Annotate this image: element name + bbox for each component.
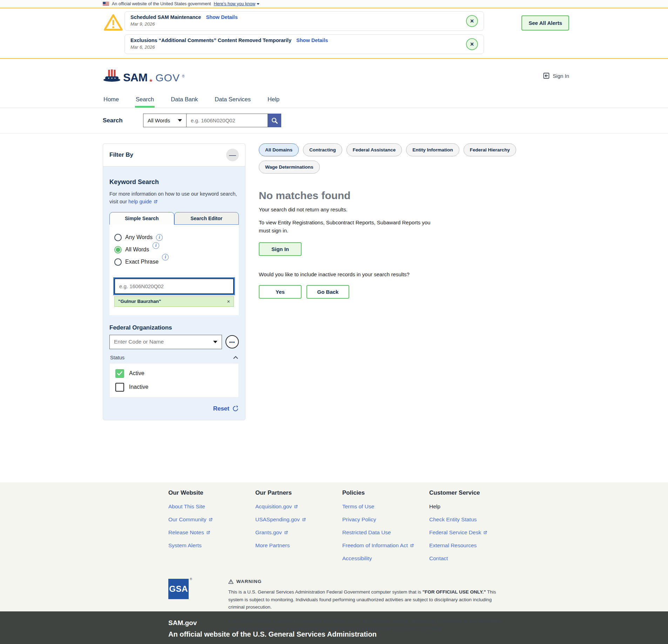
external-link-icon [284,530,288,535]
simple-search-panel: Any Words i All Words i Exact Phrase i [109,225,239,315]
footer-link-privacy-policy[interactable]: Privacy Policy [342,516,429,523]
footer-link-grants-gov[interactable]: Grants.gov [255,529,342,536]
pill-all-domains[interactable]: All Domains [259,143,299,156]
radio-all-words[interactable] [114,246,122,253]
federal-org-select[interactable]: Enter Code or Name [109,335,222,349]
alert-show-details-link[interactable]: Show Details [206,14,237,20]
filter-panel: Filter By — Keyword Search For more info… [103,143,245,420]
filter-panel-title: Filter By [109,151,133,158]
pill-federal-hierarchy[interactable]: Federal Hierarchy [464,143,516,156]
radio-exact-phrase[interactable] [114,258,122,266]
footer-link-more-partners[interactable]: More Partners [255,542,342,549]
footer-link-release-notes[interactable]: Release Notes [168,529,255,536]
main-content: Filter By — Keyword Search For more info… [0,134,668,482]
logo-star-icon: ★ [149,78,153,83]
yes-button[interactable]: Yes [259,285,302,299]
sign-in-icon [543,72,550,79]
svg-text:★: ★ [111,77,113,79]
radio-label: Any Words [125,234,153,240]
footer-link-help[interactable]: Help [429,503,516,510]
info-icon[interactable]: i [156,234,163,241]
footer-col-our-partners: Our Partners Acquisition.gov USASpending… [255,489,342,568]
tab-simple-search[interactable]: Simple Search [109,212,174,225]
chip-remove-icon[interactable]: × [227,298,230,304]
close-icon[interactable]: × [466,15,478,27]
external-link-icon [206,530,210,535]
more-options-button[interactable]: ••• [225,335,239,348]
footer-link-external-resources[interactable]: External Resources [429,542,516,549]
alert-date: Mar 9, 2026 [130,21,463,27]
collapse-filter-button[interactable]: — [226,149,239,161]
footer-link-terms-of-use[interactable]: Terms of Use [342,503,429,510]
footer-link-contact[interactable]: Contact [429,555,516,562]
pill-federal-assistance[interactable]: Federal Assistance [346,143,402,156]
nav-item-home[interactable]: Home [103,93,120,108]
alert-exclusions: Exclusions “Additional Comments” Content… [124,34,484,54]
footer-heading: Policies [342,489,429,496]
chevron-down-icon [178,119,182,122]
footer-link-check-entity-status[interactable]: Check Entity Status [429,516,516,523]
pill-wage-determinations[interactable]: Wage Determinations [259,161,320,174]
search-input[interactable] [186,114,268,127]
reset-icon [232,405,239,412]
chevron-up-icon [233,356,238,359]
status-section-toggle[interactable]: Status [110,355,238,360]
no-results-text: Your search did not return any results. [259,206,569,212]
header-sign-in-link[interactable]: Sign In [543,72,569,79]
search-button[interactable] [268,114,281,127]
footer: Our Website About This Site Our Communit… [0,482,668,611]
close-icon[interactable]: × [466,38,478,50]
keyword-input[interactable] [114,278,234,294]
see-all-alerts-button[interactable]: See All Alerts [521,15,569,30]
footer-link-about-this-site[interactable]: About This Site [168,503,255,510]
federal-organizations-heading: Federal Organizations [109,324,239,331]
sam-gov-logo[interactable]: ★★★ SAM ★ GOV ® [103,68,184,83]
site-header: ★★★ SAM ★ GOV ® Sign In [0,59,668,93]
warning-icon [228,579,234,584]
gsa-logo: GSA ® [168,579,189,599]
footer-link-usaspending-gov[interactable]: USASpending.gov [255,516,342,523]
alert-maintenance: Scheduled SAM Maintenance Show Details M… [124,11,484,31]
pill-contracting[interactable]: Contracting [303,143,342,156]
chevron-down-icon [213,341,217,343]
nav-item-data-services[interactable]: Data Services [214,93,251,108]
footer-link-restricted-data-use[interactable]: Restricted Data Use [342,529,429,536]
radio-any-words[interactable] [114,234,122,241]
uncle-sam-hat-icon: ★★★ [103,68,121,83]
footer-link-accessibility[interactable]: Accessibility [342,555,429,562]
gov-banner-how-link[interactable]: Here’s how you know [214,1,260,6]
search-mode-select[interactable]: All Words [143,114,186,127]
checkbox-inactive[interactable] [115,383,124,392]
checkbox-active[interactable] [115,369,124,378]
sign-in-button[interactable]: Sign In [259,242,302,256]
footer-link-federal-service-desk[interactable]: Federal Service Desk [429,529,516,536]
info-icon[interactable]: i [153,242,159,249]
check-icon [117,371,122,375]
system-warning: WARNING This is a U.S. General Services … [228,579,509,632]
sign-in-required-text: To view Entity Registrations, Subcontrac… [259,219,436,235]
svg-text:★: ★ [114,77,116,79]
go-back-button[interactable]: Go Back [306,285,349,299]
footer-link-system-alerts[interactable]: System Alerts [168,542,255,549]
logo-registered-mark: ® [182,74,184,78]
pill-entity-information[interactable]: Entity Information [406,143,459,156]
alerts-section: Scheduled SAM Maintenance Show Details M… [0,8,668,59]
nav-item-data-bank[interactable]: Data Bank [170,93,198,108]
search-label: Search [103,117,143,124]
footer-col-our-website: Our Website About This Site Our Communit… [168,489,255,568]
info-icon[interactable]: i [162,254,169,260]
help-guide-link[interactable]: help guide [128,198,158,205]
tab-search-editor[interactable]: Search Editor [174,212,239,225]
footer-link-acquisition-gov[interactable]: Acquisition.gov [255,503,342,510]
nav-item-help[interactable]: Help [267,93,280,108]
footer-link-our-community[interactable]: Our Community [168,516,255,523]
warning-triangle-icon [103,13,123,33]
alert-show-details-link[interactable]: Show Details [296,38,328,43]
alert-date: Mar 6, 2026 [130,45,463,50]
external-link-icon [153,199,158,204]
reset-filters-link[interactable]: Reset [109,405,239,412]
external-link-icon [208,517,213,522]
nav-item-search[interactable]: Search [135,93,155,108]
footer-link-foia[interactable]: Freedom of Information Act [342,542,429,549]
warning-title: WARNING [236,579,262,584]
